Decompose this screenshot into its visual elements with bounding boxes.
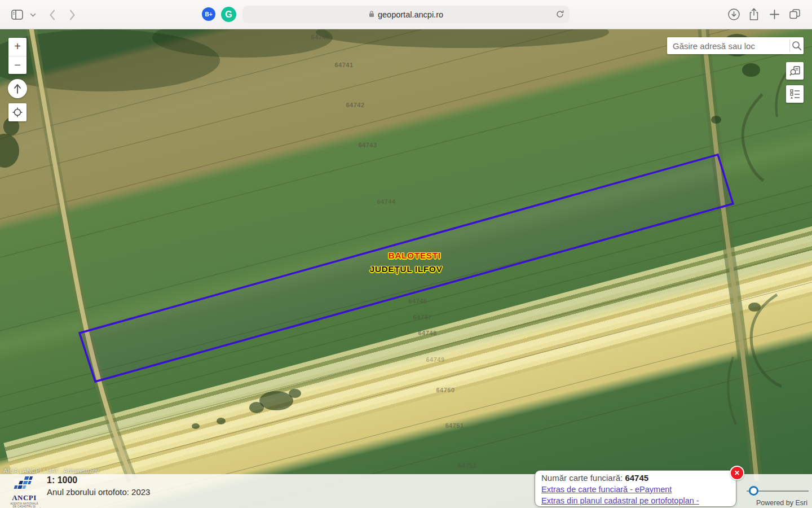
search-button[interactable] <box>790 37 804 54</box>
land-book-number: Număr carte funciară: 64745 <box>541 472 730 484</box>
parcel-number-label: 64740 <box>311 34 329 41</box>
ancpi-logo: ANCPI AGENȚIA NAȚIONALĂ DE CADASTRU ȘI P… <box>7 476 42 508</box>
map-search-box <box>667 37 804 54</box>
my-location-button[interactable] <box>8 103 27 121</box>
map-scale: 1: 1000 <box>47 475 150 485</box>
parcel-numbers-layer: BALOTESTI JUDEŢUL ILFOV 6474064741647426… <box>0 29 812 508</box>
document-search-icon <box>789 65 801 77</box>
ancpi-logo-text: ANCPI <box>7 493 42 502</box>
search-input[interactable] <box>667 37 789 54</box>
legend-list-icon <box>789 89 801 99</box>
parcel-number-label: 64748 <box>418 330 436 336</box>
identify-parcel-button[interactable] <box>786 62 804 80</box>
land-book-value: 64745 <box>625 473 648 483</box>
zoom-out-button[interactable]: − <box>8 56 27 75</box>
parcel-number-label: 64752 <box>458 462 476 469</box>
popup-close-button[interactable]: ✕ <box>730 466 744 480</box>
map-canvas[interactable]: BALOTESTI JUDEŢUL ILFOV 6474064741647426… <box>0 29 812 508</box>
forward-button[interactable] <box>69 9 76 21</box>
sidebar-toggle-icon[interactable] <box>11 10 23 20</box>
share-button[interactable] <box>748 7 760 21</box>
zoom-panel: + − <box>8 38 27 74</box>
address-bar[interactable]: geoportal.ancpi.ro <box>242 6 570 23</box>
parcel-number-label: 64746 <box>408 297 427 304</box>
search-icon <box>792 41 802 51</box>
place-label-balotesti: BALOTESTI <box>388 251 440 261</box>
new-tab-button[interactable] <box>769 9 780 20</box>
place-label-judet: JUDEŢUL ILFOV <box>370 264 443 274</box>
parcel-number-label: 64749 <box>426 356 444 363</box>
parcel-number-label: 64742 <box>346 102 364 108</box>
extension-badge-bplus[interactable]: B+ <box>202 7 215 21</box>
ortofoto-year: Anul zborului ortofoto: 2023 <box>47 487 150 497</box>
grammarly-extension-icon[interactable]: G <box>221 7 236 22</box>
ancpi-logo-subtext-2: DE CADASTRU ȘI PUBLICITATE IMOBILIARĂ <box>7 505 42 508</box>
tab-overview-button[interactable] <box>788 8 801 20</box>
downloads-button[interactable] <box>727 8 740 21</box>
parcel-number-label: 64741 <box>334 62 353 68</box>
parcel-number-label: 64750 <box>436 387 454 393</box>
parcel-number-label: 64751 <box>445 422 464 429</box>
powered-by-esri: Powered by Esri <box>756 499 807 507</box>
parcel-number-label: 64743 <box>358 142 377 148</box>
parcel-number-label: 64744 <box>377 198 395 205</box>
extract-cadastral-plan-link[interactable]: Extras din planul cadastral pe ortofotop… <box>541 495 730 508</box>
zoom-in-button[interactable]: + <box>8 38 27 56</box>
legend-button[interactable] <box>786 85 804 103</box>
map-attribution: AIGA | ANCPI | UAT - Administrativ <box>3 467 99 474</box>
reload-icon[interactable] <box>555 10 564 20</box>
sidebar-chevron-down-icon[interactable] <box>30 13 36 17</box>
browser-window: B+ G geoportal.ancpi.ro <box>0 0 812 508</box>
ancpi-logo-icon <box>13 476 36 492</box>
back-button[interactable] <box>48 9 56 21</box>
crosshair-icon <box>12 107 23 118</box>
parcel-number-label: 64747 <box>413 314 431 321</box>
lock-icon <box>369 10 374 19</box>
reset-north-button[interactable] <box>8 79 27 98</box>
transparency-slider-handle[interactable] <box>749 486 758 496</box>
up-arrow-icon <box>12 83 23 94</box>
extract-land-book-link[interactable]: Extras de carte funciară - ePayment <box>541 484 730 495</box>
address-text: geoportal.ancpi.ro <box>378 10 443 19</box>
parcel-popup: Număr carte funciară: 64745 Extras de ca… <box>535 470 736 507</box>
browser-toolbar: B+ G geoportal.ancpi.ro <box>0 0 812 29</box>
